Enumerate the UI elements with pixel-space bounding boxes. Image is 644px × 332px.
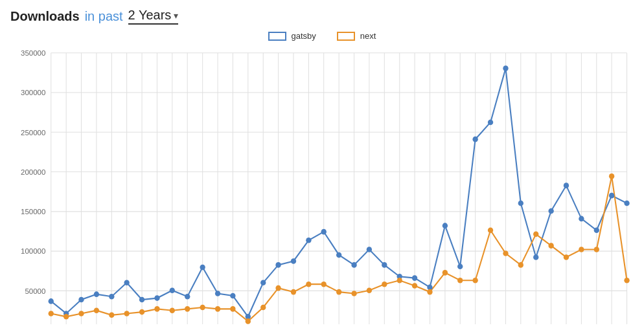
svg-point-88 bbox=[564, 183, 569, 188]
svg-point-123 bbox=[503, 250, 508, 256]
dropdown-arrow-icon: ▾ bbox=[174, 10, 178, 21]
svg-point-68 bbox=[260, 280, 266, 286]
legend-item-next: next bbox=[337, 31, 376, 41]
svg-point-116 bbox=[397, 278, 402, 283]
svg-text:100000: 100000 bbox=[21, 247, 46, 255]
svg-point-74 bbox=[351, 262, 356, 268]
svg-point-63 bbox=[185, 294, 190, 300]
svg-point-112 bbox=[336, 289, 341, 295]
period-selector[interactable]: 2 Years ▾ bbox=[128, 8, 179, 25]
svg-point-125 bbox=[533, 231, 538, 237]
svg-point-98 bbox=[124, 311, 129, 316]
svg-point-92 bbox=[624, 201, 629, 206]
svg-point-131 bbox=[624, 278, 629, 283]
svg-point-56 bbox=[78, 297, 84, 303]
svg-point-91 bbox=[609, 193, 614, 199]
svg-point-80 bbox=[443, 223, 448, 228]
svg-point-120 bbox=[457, 278, 463, 283]
next-legend-line bbox=[337, 32, 355, 41]
svg-point-75 bbox=[367, 247, 372, 252]
svg-point-130 bbox=[609, 173, 614, 179]
svg-text:300000: 300000 bbox=[21, 88, 46, 96]
main-container: Downloads in past 2 Years ▾ gatsby next … bbox=[0, 0, 644, 332]
svg-point-65 bbox=[215, 291, 220, 296]
chart-area: 350000 300000 250000 200000 150000 10000… bbox=[10, 46, 634, 324]
next-legend-label: next bbox=[360, 31, 376, 41]
svg-point-114 bbox=[367, 287, 372, 293]
svg-point-105 bbox=[230, 306, 235, 312]
svg-point-90 bbox=[594, 227, 599, 233]
svg-point-115 bbox=[382, 282, 387, 287]
downloads-label: Downloads bbox=[10, 9, 80, 24]
svg-point-121 bbox=[472, 278, 477, 283]
legend-item-gatsby: gatsby bbox=[268, 31, 316, 41]
svg-text:350000: 350000 bbox=[21, 49, 46, 57]
svg-point-59 bbox=[124, 280, 129, 286]
gatsby-legend-line bbox=[268, 32, 286, 41]
svg-point-57 bbox=[94, 291, 99, 297]
svg-point-86 bbox=[533, 254, 538, 260]
svg-point-108 bbox=[275, 285, 281, 291]
svg-point-99 bbox=[139, 309, 144, 315]
svg-text:50000: 50000 bbox=[25, 287, 45, 295]
svg-point-103 bbox=[200, 305, 205, 311]
svg-point-111 bbox=[321, 282, 327, 287]
svg-point-87 bbox=[548, 208, 553, 214]
svg-point-66 bbox=[230, 293, 235, 299]
svg-point-72 bbox=[321, 229, 327, 235]
svg-point-100 bbox=[154, 306, 159, 312]
svg-point-62 bbox=[170, 287, 175, 293]
svg-point-73 bbox=[336, 252, 341, 258]
svg-point-104 bbox=[215, 306, 220, 312]
svg-point-94 bbox=[63, 314, 69, 320]
svg-point-96 bbox=[94, 307, 99, 313]
svg-point-71 bbox=[306, 238, 311, 243]
svg-point-122 bbox=[488, 227, 493, 233]
svg-point-101 bbox=[170, 307, 175, 313]
svg-text:200000: 200000 bbox=[21, 168, 46, 176]
svg-point-128 bbox=[579, 247, 584, 252]
svg-point-106 bbox=[246, 318, 251, 324]
line-chart: 350000 300000 250000 200000 150000 10000… bbox=[10, 46, 634, 324]
svg-point-109 bbox=[291, 289, 296, 295]
svg-point-70 bbox=[291, 258, 296, 264]
svg-point-95 bbox=[78, 311, 84, 316]
svg-point-124 bbox=[518, 262, 523, 268]
svg-point-102 bbox=[185, 306, 190, 312]
svg-point-129 bbox=[594, 247, 599, 252]
chart-legend: gatsby next bbox=[10, 31, 634, 41]
svg-point-113 bbox=[351, 291, 356, 296]
gatsby-legend-label: gatsby bbox=[292, 31, 316, 41]
svg-point-81 bbox=[457, 263, 463, 269]
svg-point-61 bbox=[154, 295, 159, 301]
svg-point-82 bbox=[472, 137, 477, 142]
period-value: 2 Years bbox=[128, 8, 172, 23]
svg-point-93 bbox=[49, 311, 54, 316]
svg-point-127 bbox=[564, 254, 569, 260]
svg-point-78 bbox=[412, 275, 417, 281]
svg-point-110 bbox=[306, 282, 311, 287]
svg-point-76 bbox=[382, 262, 387, 268]
svg-text:150000: 150000 bbox=[21, 207, 46, 216]
svg-point-60 bbox=[139, 297, 144, 303]
svg-point-83 bbox=[488, 120, 493, 126]
in-past-label: in past bbox=[85, 9, 123, 24]
svg-point-118 bbox=[427, 289, 432, 295]
svg-point-84 bbox=[503, 65, 508, 71]
svg-point-126 bbox=[548, 243, 553, 249]
svg-point-58 bbox=[109, 294, 114, 300]
svg-point-97 bbox=[109, 313, 114, 318]
svg-point-64 bbox=[200, 265, 205, 271]
svg-point-85 bbox=[518, 201, 523, 206]
chart-header: Downloads in past 2 Years ▾ bbox=[10, 8, 634, 25]
svg-point-89 bbox=[579, 216, 584, 222]
svg-point-54 bbox=[49, 298, 54, 304]
svg-point-117 bbox=[412, 283, 417, 289]
svg-text:250000: 250000 bbox=[21, 127, 46, 136]
svg-point-119 bbox=[443, 270, 448, 276]
svg-point-69 bbox=[275, 262, 281, 268]
svg-point-107 bbox=[260, 305, 266, 311]
